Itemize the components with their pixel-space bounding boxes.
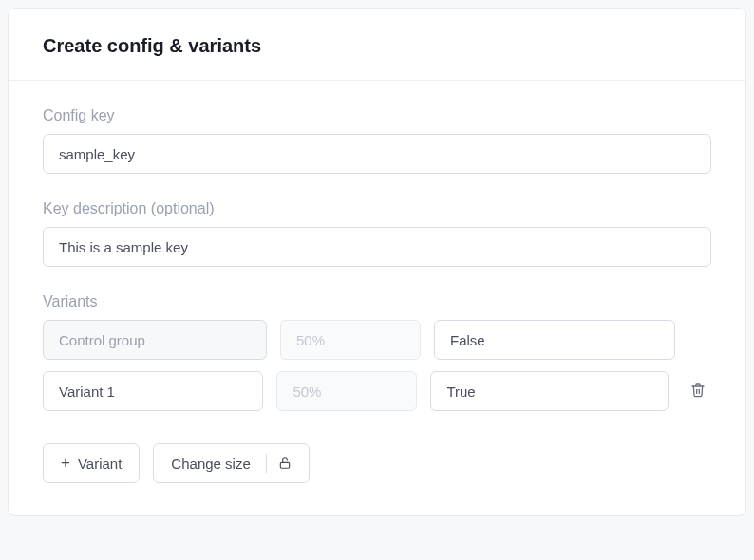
change-size-label: Change size [171, 456, 250, 472]
card-body: Config key Key description (optional) Va… [9, 81, 745, 515]
key-description-label: Key description (optional) [43, 200, 711, 217]
key-description-input[interactable] [43, 227, 711, 267]
variants-section: Variants [43, 293, 711, 411]
add-variant-label: Variant [78, 456, 122, 472]
variant-name-input [43, 320, 267, 360]
change-size-button[interactable]: Change size [153, 443, 309, 483]
button-divider [266, 454, 267, 473]
variant-value-input[interactable] [430, 371, 668, 411]
config-key-field: Config key [43, 107, 711, 174]
key-description-field: Key description (optional) [43, 200, 711, 267]
variant-row [43, 320, 711, 360]
actions-row: + Variant Change size [43, 443, 711, 483]
variant-value-input[interactable] [434, 320, 675, 360]
plus-icon: + [61, 455, 70, 471]
variants-label: Variants [43, 293, 711, 310]
variant-name-input[interactable] [43, 371, 263, 411]
config-key-input[interactable] [43, 134, 711, 174]
add-variant-button[interactable]: + Variant [43, 443, 140, 483]
config-key-label: Config key [43, 107, 711, 124]
variant-percent-input [276, 371, 417, 411]
variant-row [43, 371, 711, 411]
variant-percent-input [280, 320, 421, 360]
card-header: Create config & variants [9, 9, 745, 81]
lock-open-icon [278, 457, 292, 470]
card-title: Create config & variants [43, 35, 711, 57]
create-config-card: Create config & variants Config key Key … [8, 8, 746, 516]
trash-icon [690, 383, 706, 401]
delete-variant-button[interactable] [686, 378, 712, 404]
svg-rect-0 [280, 462, 289, 468]
